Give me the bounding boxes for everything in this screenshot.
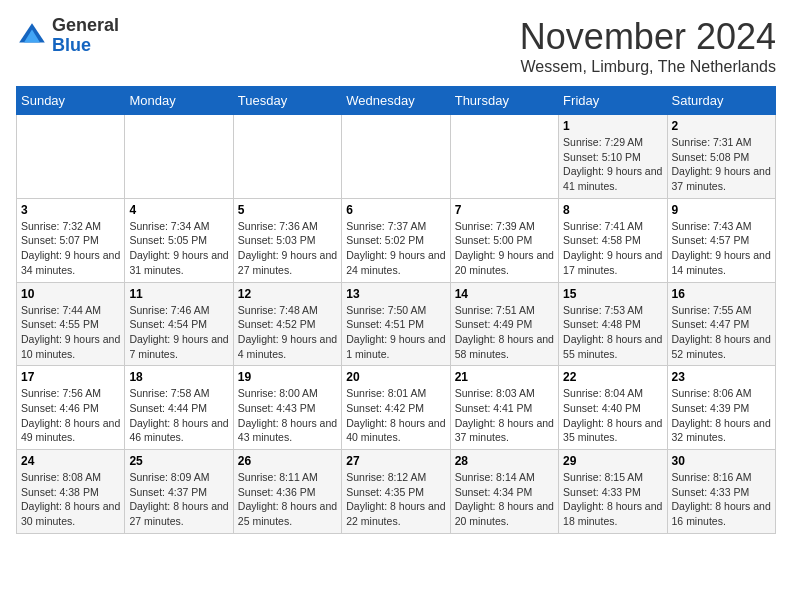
calendar-cell: 14Sunrise: 7:51 AM Sunset: 4:49 PM Dayli… [450, 282, 558, 366]
day-info: Sunrise: 7:46 AM Sunset: 4:54 PM Dayligh… [129, 303, 228, 362]
day-number: 1 [563, 119, 662, 133]
calendar-cell: 21Sunrise: 8:03 AM Sunset: 4:41 PM Dayli… [450, 366, 558, 450]
day-info: Sunrise: 7:41 AM Sunset: 4:58 PM Dayligh… [563, 219, 662, 278]
day-info: Sunrise: 7:56 AM Sunset: 4:46 PM Dayligh… [21, 386, 120, 445]
day-info: Sunrise: 8:08 AM Sunset: 4:38 PM Dayligh… [21, 470, 120, 529]
day-number: 25 [129, 454, 228, 468]
day-number: 8 [563, 203, 662, 217]
calendar-cell: 6Sunrise: 7:37 AM Sunset: 5:02 PM Daylig… [342, 198, 450, 282]
day-info: Sunrise: 8:00 AM Sunset: 4:43 PM Dayligh… [238, 386, 337, 445]
calendar: SundayMondayTuesdayWednesdayThursdayFrid… [16, 86, 776, 534]
day-info: Sunrise: 7:36 AM Sunset: 5:03 PM Dayligh… [238, 219, 337, 278]
day-number: 15 [563, 287, 662, 301]
calendar-week-1: 3Sunrise: 7:32 AM Sunset: 5:07 PM Daylig… [17, 198, 776, 282]
day-info: Sunrise: 8:12 AM Sunset: 4:35 PM Dayligh… [346, 470, 445, 529]
calendar-cell: 12Sunrise: 7:48 AM Sunset: 4:52 PM Dayli… [233, 282, 341, 366]
calendar-cell: 28Sunrise: 8:14 AM Sunset: 4:34 PM Dayli… [450, 450, 558, 534]
day-info: Sunrise: 7:32 AM Sunset: 5:07 PM Dayligh… [21, 219, 120, 278]
day-info: Sunrise: 7:43 AM Sunset: 4:57 PM Dayligh… [672, 219, 771, 278]
calendar-cell: 24Sunrise: 8:08 AM Sunset: 4:38 PM Dayli… [17, 450, 125, 534]
day-number: 30 [672, 454, 771, 468]
day-info: Sunrise: 8:04 AM Sunset: 4:40 PM Dayligh… [563, 386, 662, 445]
day-number: 14 [455, 287, 554, 301]
calendar-week-3: 17Sunrise: 7:56 AM Sunset: 4:46 PM Dayli… [17, 366, 776, 450]
calendar-cell: 19Sunrise: 8:00 AM Sunset: 4:43 PM Dayli… [233, 366, 341, 450]
day-number: 24 [21, 454, 120, 468]
calendar-cell: 15Sunrise: 7:53 AM Sunset: 4:48 PM Dayli… [559, 282, 667, 366]
calendar-week-4: 24Sunrise: 8:08 AM Sunset: 4:38 PM Dayli… [17, 450, 776, 534]
calendar-cell [342, 115, 450, 199]
logo: General Blue [16, 16, 119, 56]
day-info: Sunrise: 7:51 AM Sunset: 4:49 PM Dayligh… [455, 303, 554, 362]
calendar-cell: 25Sunrise: 8:09 AM Sunset: 4:37 PM Dayli… [125, 450, 233, 534]
calendar-cell [450, 115, 558, 199]
day-number: 3 [21, 203, 120, 217]
day-number: 28 [455, 454, 554, 468]
day-info: Sunrise: 7:53 AM Sunset: 4:48 PM Dayligh… [563, 303, 662, 362]
calendar-cell: 22Sunrise: 8:04 AM Sunset: 4:40 PM Dayli… [559, 366, 667, 450]
calendar-cell: 5Sunrise: 7:36 AM Sunset: 5:03 PM Daylig… [233, 198, 341, 282]
calendar-week-0: 1Sunrise: 7:29 AM Sunset: 5:10 PM Daylig… [17, 115, 776, 199]
weekday-header-thursday: Thursday [450, 87, 558, 115]
day-number: 19 [238, 370, 337, 384]
calendar-cell: 20Sunrise: 8:01 AM Sunset: 4:42 PM Dayli… [342, 366, 450, 450]
day-number: 23 [672, 370, 771, 384]
calendar-header: SundayMondayTuesdayWednesdayThursdayFrid… [17, 87, 776, 115]
calendar-cell: 16Sunrise: 7:55 AM Sunset: 4:47 PM Dayli… [667, 282, 775, 366]
weekday-header-monday: Monday [125, 87, 233, 115]
calendar-body: 1Sunrise: 7:29 AM Sunset: 5:10 PM Daylig… [17, 115, 776, 534]
day-number: 11 [129, 287, 228, 301]
calendar-cell: 29Sunrise: 8:15 AM Sunset: 4:33 PM Dayli… [559, 450, 667, 534]
day-info: Sunrise: 7:44 AM Sunset: 4:55 PM Dayligh… [21, 303, 120, 362]
day-number: 17 [21, 370, 120, 384]
calendar-cell: 1Sunrise: 7:29 AM Sunset: 5:10 PM Daylig… [559, 115, 667, 199]
calendar-cell: 30Sunrise: 8:16 AM Sunset: 4:33 PM Dayli… [667, 450, 775, 534]
title-area: November 2024 Wessem, Limburg, The Nethe… [520, 16, 776, 76]
day-number: 5 [238, 203, 337, 217]
calendar-cell: 13Sunrise: 7:50 AM Sunset: 4:51 PM Dayli… [342, 282, 450, 366]
calendar-cell: 26Sunrise: 8:11 AM Sunset: 4:36 PM Dayli… [233, 450, 341, 534]
day-info: Sunrise: 7:48 AM Sunset: 4:52 PM Dayligh… [238, 303, 337, 362]
day-info: Sunrise: 8:09 AM Sunset: 4:37 PM Dayligh… [129, 470, 228, 529]
day-info: Sunrise: 7:29 AM Sunset: 5:10 PM Dayligh… [563, 135, 662, 194]
day-number: 4 [129, 203, 228, 217]
calendar-cell: 8Sunrise: 7:41 AM Sunset: 4:58 PM Daylig… [559, 198, 667, 282]
weekday-header-saturday: Saturday [667, 87, 775, 115]
day-number: 18 [129, 370, 228, 384]
weekday-header-friday: Friday [559, 87, 667, 115]
calendar-cell: 18Sunrise: 7:58 AM Sunset: 4:44 PM Dayli… [125, 366, 233, 450]
day-info: Sunrise: 7:58 AM Sunset: 4:44 PM Dayligh… [129, 386, 228, 445]
day-number: 9 [672, 203, 771, 217]
calendar-cell: 23Sunrise: 8:06 AM Sunset: 4:39 PM Dayli… [667, 366, 775, 450]
day-number: 21 [455, 370, 554, 384]
calendar-cell [125, 115, 233, 199]
day-info: Sunrise: 7:31 AM Sunset: 5:08 PM Dayligh… [672, 135, 771, 194]
day-info: Sunrise: 7:50 AM Sunset: 4:51 PM Dayligh… [346, 303, 445, 362]
calendar-cell: 9Sunrise: 7:43 AM Sunset: 4:57 PM Daylig… [667, 198, 775, 282]
day-info: Sunrise: 8:16 AM Sunset: 4:33 PM Dayligh… [672, 470, 771, 529]
day-number: 13 [346, 287, 445, 301]
day-info: Sunrise: 8:11 AM Sunset: 4:36 PM Dayligh… [238, 470, 337, 529]
weekday-header-sunday: Sunday [17, 87, 125, 115]
day-info: Sunrise: 7:34 AM Sunset: 5:05 PM Dayligh… [129, 219, 228, 278]
calendar-cell: 27Sunrise: 8:12 AM Sunset: 4:35 PM Dayli… [342, 450, 450, 534]
logo-text: General Blue [52, 16, 119, 56]
day-number: 26 [238, 454, 337, 468]
subtitle: Wessem, Limburg, The Netherlands [520, 58, 776, 76]
day-number: 7 [455, 203, 554, 217]
day-info: Sunrise: 8:14 AM Sunset: 4:34 PM Dayligh… [455, 470, 554, 529]
calendar-week-2: 10Sunrise: 7:44 AM Sunset: 4:55 PM Dayli… [17, 282, 776, 366]
calendar-cell: 3Sunrise: 7:32 AM Sunset: 5:07 PM Daylig… [17, 198, 125, 282]
day-number: 27 [346, 454, 445, 468]
day-info: Sunrise: 7:37 AM Sunset: 5:02 PM Dayligh… [346, 219, 445, 278]
day-number: 16 [672, 287, 771, 301]
calendar-cell: 7Sunrise: 7:39 AM Sunset: 5:00 PM Daylig… [450, 198, 558, 282]
calendar-cell: 2Sunrise: 7:31 AM Sunset: 5:08 PM Daylig… [667, 115, 775, 199]
calendar-cell [233, 115, 341, 199]
day-number: 22 [563, 370, 662, 384]
day-number: 29 [563, 454, 662, 468]
calendar-cell: 11Sunrise: 7:46 AM Sunset: 4:54 PM Dayli… [125, 282, 233, 366]
weekday-header-wednesday: Wednesday [342, 87, 450, 115]
day-number: 2 [672, 119, 771, 133]
day-info: Sunrise: 7:55 AM Sunset: 4:47 PM Dayligh… [672, 303, 771, 362]
